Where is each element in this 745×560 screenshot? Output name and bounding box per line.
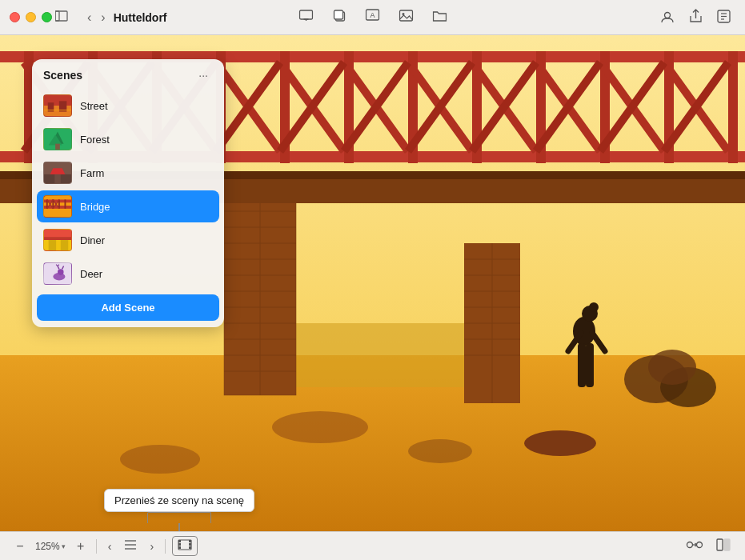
- zoom-caret-icon: ▾: [62, 542, 66, 550]
- bottom-right-icons: [683, 534, 734, 558]
- nav-buttons: ‹ ›: [84, 9, 109, 26]
- scenes-list-button[interactable]: [119, 537, 142, 555]
- scenes-panel: Scenes ···: [32, 59, 224, 327]
- svg-rect-6: [334, 10, 342, 19]
- svg-point-11: [665, 12, 671, 18]
- tooltip-bracket: [147, 512, 211, 523]
- folder-icon-button[interactable]: [429, 6, 450, 29]
- svg-point-125: [58, 269, 64, 275]
- svg-rect-120: [49, 238, 56, 250]
- monitor-icon-button[interactable]: [295, 6, 316, 28]
- svg-point-140: [687, 542, 693, 548]
- scenes-more-button[interactable]: ···: [194, 67, 213, 83]
- scene-thumbnail-deer: [43, 262, 72, 285]
- svg-point-90: [272, 411, 368, 443]
- tooltip-stem: [178, 523, 180, 531]
- svg-rect-102: [55, 144, 60, 150]
- scene-item-diner[interactable]: Diner: [37, 224, 219, 256]
- scene-thumbnail-forest: [43, 128, 72, 150]
- maximize-button[interactable]: [42, 12, 52, 22]
- sidebar-toggle-button[interactable]: [52, 9, 71, 26]
- scene-item-bridge[interactable]: Bridge: [37, 190, 219, 222]
- connect-scenes-button[interactable]: [683, 534, 707, 558]
- user-icon-button[interactable]: [657, 6, 678, 29]
- scene-item-farm[interactable]: Farm: [37, 157, 219, 189]
- svg-point-89: [648, 350, 696, 385]
- svg-rect-146: [724, 539, 730, 550]
- scene-item-street[interactable]: Street: [37, 90, 219, 122]
- edit-icon-button[interactable]: [714, 6, 734, 29]
- zoom-percentage: 125%: [35, 541, 60, 552]
- scene-label-diner: Diner: [80, 234, 105, 246]
- scene-background: Scenes ···: [0, 35, 745, 531]
- prev-scene-button[interactable]: ‹: [103, 538, 117, 555]
- svg-rect-136: [178, 546, 181, 549]
- minimize-button[interactable]: [26, 12, 36, 22]
- svg-rect-1: [55, 11, 67, 21]
- close-button[interactable]: [10, 12, 20, 22]
- svg-point-10: [402, 13, 404, 15]
- svg-point-141: [697, 542, 703, 548]
- toolbar-separator-1: [96, 539, 97, 554]
- svg-point-92: [120, 445, 200, 474]
- text-icon-button[interactable]: A: [362, 6, 383, 29]
- titlebar-center-icons: A: [295, 6, 450, 29]
- titlebar-right-icons: [657, 6, 734, 29]
- svg-rect-106: [54, 174, 61, 183]
- scenes-header: Scenes ···: [32, 59, 224, 90]
- tooltip-container: Przenieś ze sceny na scenę: [104, 489, 254, 531]
- svg-rect-139: [189, 546, 191, 549]
- svg-rect-122: [44, 237, 71, 240]
- add-scene-button[interactable]: Add Scene: [37, 294, 219, 321]
- zoom-minus-button[interactable]: −: [11, 538, 29, 555]
- zoom-value[interactable]: 125% ▾: [32, 539, 69, 554]
- svg-point-93: [524, 430, 596, 456]
- svg-rect-134: [178, 540, 181, 542]
- svg-rect-137: [189, 540, 191, 542]
- svg-rect-9: [399, 10, 412, 21]
- scene-thumbnail-diner: [43, 229, 72, 251]
- scenes-panel-title: Scenes: [43, 69, 82, 82]
- toolbar-separator-2: [165, 539, 166, 554]
- svg-rect-83: [578, 343, 586, 387]
- scenes-list: Street Forest: [32, 90, 224, 290]
- scene-label-deer: Deer: [80, 268, 102, 280]
- image-icon-button[interactable]: [395, 6, 416, 29]
- canvas-area: Scenes ···: [0, 35, 745, 531]
- scene-thumbnail-street: [43, 94, 72, 117]
- svg-text:A: A: [370, 11, 375, 19]
- titlebar: ‹ › Hutteldorf A: [0, 0, 745, 35]
- back-button[interactable]: ‹: [84, 9, 94, 26]
- zoom-controls: − 125% ▾ + ‹ ›: [11, 536, 198, 556]
- scene-label-street: Street: [80, 100, 108, 112]
- svg-rect-138: [189, 543, 191, 546]
- scene-label-forest: Forest: [80, 134, 110, 146]
- duplicate-icon-button[interactable]: [329, 6, 349, 29]
- share-icon-button[interactable]: [686, 6, 706, 29]
- tooltip-line-group: [147, 512, 211, 531]
- filmstrip-button[interactable]: [172, 536, 198, 556]
- zoom-plus-button[interactable]: +: [72, 538, 90, 555]
- scene-item-forest[interactable]: Forest: [37, 123, 219, 155]
- forward-button[interactable]: ›: [98, 9, 108, 26]
- bottom-toolbar: − 125% ▾ + ‹ ›: [0, 531, 745, 560]
- view-toggle-button[interactable]: [713, 535, 734, 557]
- scene-thumbnail-farm: [43, 162, 72, 184]
- scene-label-farm: Farm: [80, 167, 104, 179]
- document-title: Hutteldorf: [114, 11, 167, 24]
- tooltip-text: Przenieś ze sceny na scenę: [114, 494, 244, 506]
- scene-thumbnail-bridge: [43, 195, 72, 218]
- svg-point-82: [589, 302, 599, 312]
- next-scene-button[interactable]: ›: [145, 538, 158, 555]
- tooltip-box: Przenieś ze sceny na scenę: [104, 489, 254, 512]
- traffic-lights: [10, 12, 52, 22]
- svg-rect-121: [61, 238, 68, 250]
- svg-rect-2: [299, 10, 312, 19]
- svg-rect-135: [178, 543, 181, 546]
- svg-rect-84: [586, 343, 594, 387]
- svg-rect-0: [55, 11, 59, 21]
- svg-point-91: [408, 439, 472, 463]
- svg-rect-145: [717, 539, 723, 550]
- scene-label-bridge: Bridge: [80, 201, 110, 213]
- scene-item-deer[interactable]: Deer: [37, 258, 219, 290]
